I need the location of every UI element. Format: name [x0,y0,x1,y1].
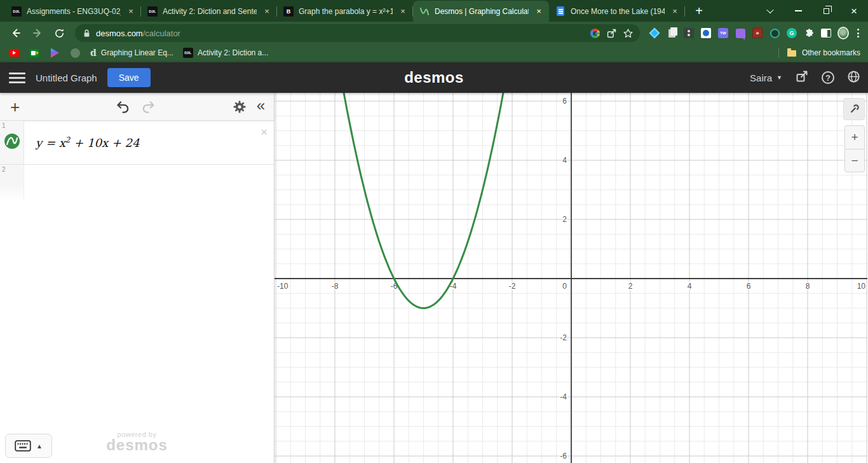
tab-close-icon[interactable]: × [398,6,408,17]
bookmark-star-icon[interactable] [622,27,634,39]
meet-bookmark-icon[interactable] [29,48,40,59]
browser-menu-kebab-icon[interactable] [855,29,862,38]
svg-text:4: 4 [562,156,567,165]
teal-ring-extension-icon[interactable] [769,27,780,39]
tab-assignments[interactable]: D2L Assignments - ENG3UQ-02_E × [5,1,141,22]
svg-text:2: 2 [562,215,567,224]
extensions-puzzle-icon[interactable] [803,27,815,39]
grammarly-extension-icon[interactable]: G [786,27,797,39]
tab-close-icon[interactable]: × [670,6,680,17]
desmos-header: Untitled Graph Save desmos Saira ▼ ? [0,62,868,93]
side-panel-icon[interactable] [820,27,832,39]
red-forward-extension-icon[interactable]: » [752,27,763,39]
purple-editor-extension-icon[interactable] [735,27,746,39]
url-host: desmos.com [96,29,143,38]
zoom-out-button[interactable]: − [845,149,864,172]
new-tab-button[interactable]: + [690,2,708,20]
svg-text:6: 6 [562,97,567,106]
tab-close-icon[interactable]: × [262,6,272,17]
delete-expression-icon[interactable]: × [261,126,268,138]
diamond-extension-icon[interactable] [649,27,660,39]
caret-down-icon: ▼ [776,74,782,81]
expression-panel: + « [0,93,275,463]
zoom-in-button[interactable]: + [845,126,864,149]
desmos-favicon-icon [419,6,430,17]
add-expression-button[interactable]: + [10,99,20,115]
expression-input[interactable]: y = x2 + 10x + 24 [24,121,274,164]
expression-color-icon[interactable] [3,132,21,153]
tab-title: Desmos | Graphing Calculato [435,7,529,16]
tab-desmos-active[interactable]: Desmos | Graphing Calculato × [413,1,549,22]
graph-settings-gear-icon[interactable] [233,100,247,114]
play-store-bookmark-icon[interactable] [50,48,60,59]
save-button[interactable]: Save [107,68,151,87]
collapse-panel-icon[interactable]: « [257,98,265,115]
desmos-d-icon: d [90,48,97,58]
tab-title: Once More to the Lake (1941 [571,7,665,16]
svg-text:2: 2 [628,282,633,291]
keyboard-toggle-button[interactable]: ▲ [5,434,52,458]
redo-icon[interactable] [140,100,156,114]
undo-icon[interactable] [115,100,130,114]
main-menu-hamburger-icon[interactable] [9,73,25,83]
bookmark-label: Activity 2: Diction a... [198,48,268,57]
tab-close-icon[interactable]: × [126,6,136,17]
svg-text:4: 4 [688,282,692,291]
tab-brainly-parabola[interactable]: B Graph the parabola y = x²+1 × [277,1,413,22]
brainly-favicon-icon: B [283,6,294,17]
toolbar-right-group: « [233,98,274,115]
tab-search-chevron-icon[interactable] [756,0,784,22]
d2l-favicon-icon: D2L [11,6,22,17]
svg-text:-2: -2 [560,333,567,342]
window-restore-button[interactable] [812,0,840,22]
expression-toolbar: + « [0,93,274,121]
graph-settings-wrench-button[interactable] [843,98,865,120]
expression-row-1[interactable]: 1 y = x2 + 10x + 24 × [0,121,274,165]
caret-up-icon: ▲ [36,443,43,450]
bookmark-activity2[interactable]: D2L Activity 2: Diction a... [183,48,268,58]
other-bookmarks[interactable]: Other bookmarks [778,48,860,58]
tw-puzzle-extension-icon[interactable]: TW [717,27,729,39]
tab-gdocs-lake[interactable]: Once More to the Lake (1941 × [549,1,685,22]
svg-text:0: 0 [562,282,567,291]
blue-globe-extension-icon[interactable] [700,27,712,39]
documents-extension-icon[interactable] [666,27,677,39]
d2l-favicon-icon: D2L [147,6,158,17]
youtube-bookmark-icon[interactable] [9,48,20,59]
language-globe-icon[interactable] [847,70,860,86]
tab-activity2[interactable]: D2L Activity 2: Diction and Senten × [141,1,277,22]
address-bar[interactable]: desmos.com/calculator [75,24,640,42]
dark-extension-icon[interactable] [683,27,695,39]
zoom-controls: + − [844,125,865,172]
svg-text:10: 10 [857,282,866,291]
tab-title: Activity 2: Diction and Senten [163,7,257,16]
window-minimize-button[interactable] [784,0,812,22]
expression-input-empty[interactable] [24,165,274,200]
extensions-tray: TW » G [646,27,864,39]
google-g-icon[interactable] [589,27,600,39]
share-page-icon[interactable] [606,27,617,39]
window-controls: × [756,0,868,22]
expression-gutter[interactable]: 2 [0,165,24,200]
profile-avatar[interactable] [837,27,849,39]
expression-row-2[interactable]: 2 [0,165,274,200]
account-menu[interactable]: Saira ▼ [750,73,782,83]
graph-canvas[interactable]: -10-8-6-4-2246810-6-4-22460 + − [275,93,868,463]
window-close-button[interactable]: × [840,0,868,22]
row-number: 1 [2,122,6,129]
bookmark-graphing-linear[interactable]: d Graphing Linear Eq... [90,48,173,58]
forward-button[interactable] [28,24,47,43]
undo-redo-group [115,100,156,114]
svg-text:8: 8 [806,282,810,291]
other-bookmarks-label: Other bookmarks [802,48,860,57]
faded-bookmark-icon[interactable] [70,48,81,59]
expression-gutter[interactable]: 1 [0,121,24,164]
help-icon[interactable]: ? [822,71,834,84]
tab-title: Graph the parabola y = x²+1 [299,7,393,16]
share-graph-icon[interactable] [795,69,809,86]
back-button[interactable] [6,24,25,43]
tab-close-icon[interactable]: × [534,6,544,17]
graph-title[interactable]: Untitled Graph [36,73,97,83]
reload-button[interactable] [50,24,69,43]
equation-text: y = x2 + 10x + 24 [36,135,140,149]
